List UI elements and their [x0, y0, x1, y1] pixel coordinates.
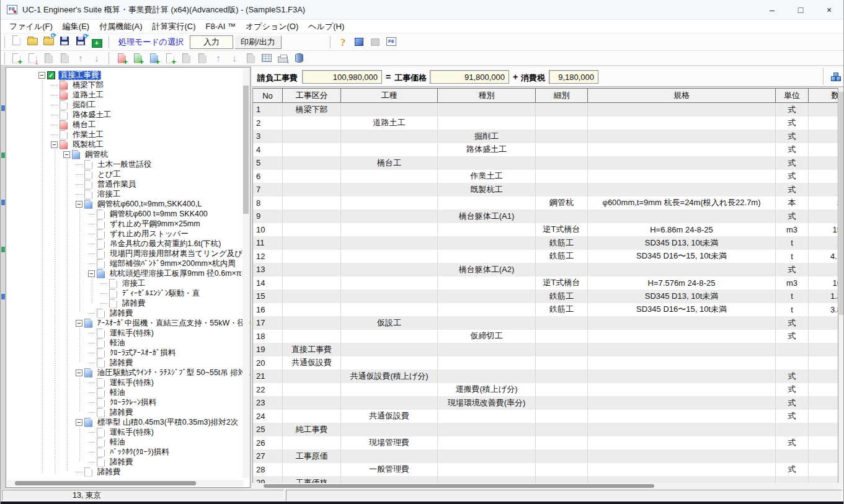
- tree-item-label[interactable]: 溶接工: [120, 279, 148, 288]
- table-row[interactable]: 12鉄筋工SD345 D16〜15, 10t未満t4.1: [253, 250, 838, 263]
- cell[interactable]: [809, 410, 838, 423]
- table-row[interactable]: 26現場管理費式: [253, 436, 838, 450]
- tree-item-label[interactable]: 運転手(特殊): [108, 428, 156, 437]
- cell[interactable]: [536, 356, 588, 370]
- cell[interactable]: [438, 156, 536, 170]
- tree-item[interactable]: 道路土工: [6, 90, 250, 100]
- cell[interactable]: [809, 263, 838, 276]
- cell[interactable]: [283, 170, 341, 183]
- table-edit-icon[interactable]: [259, 51, 274, 65]
- tree-vertical-scrollbar[interactable]: [242, 68, 249, 478]
- tree-item[interactable]: ﾃﾞｨｰｾﾞﾙｴﾝｼﾞﾝ駆動・直: [6, 288, 250, 298]
- tree-item[interactable]: ずれ止め平鋼9mm×25mm: [6, 219, 250, 229]
- tree-item[interactable]: 標準型 山積0.45m3(平積0.35m3)排対2次: [6, 417, 250, 427]
- tree-item-label[interactable]: 諸雑費: [120, 299, 148, 308]
- tree-item-label[interactable]: 吊金具杭の最大荷重約1.6t(下杭): [108, 239, 223, 249]
- cell[interactable]: [536, 130, 588, 143]
- move-down-icon[interactable]: ↓: [89, 51, 104, 65]
- cell[interactable]: [536, 143, 588, 157]
- cell[interactable]: [283, 436, 341, 450]
- cell[interactable]: [283, 316, 341, 330]
- cell[interactable]: [588, 449, 776, 463]
- cell[interactable]: [588, 316, 776, 330]
- cell[interactable]: [809, 343, 838, 356]
- cell[interactable]: [809, 156, 838, 170]
- cell[interactable]: [588, 476, 776, 483]
- tree-item-label[interactable]: 運転手(特殊): [108, 329, 156, 338]
- cell[interactable]: [536, 183, 588, 197]
- column-header-5[interactable]: 規格: [588, 89, 776, 102]
- table-row[interactable]: 2道路土工式: [253, 117, 838, 130]
- tree-item[interactable]: 橋台工: [6, 120, 250, 130]
- cell[interactable]: 既製杭工: [438, 183, 536, 197]
- cell[interactable]: [438, 250, 536, 263]
- open-file-icon[interactable]: [25, 33, 40, 48]
- cell[interactable]: 9: [253, 210, 283, 223]
- cell[interactable]: [588, 183, 776, 197]
- cell[interactable]: 仮締切工: [438, 330, 536, 343]
- cell[interactable]: 現場管理費: [341, 436, 438, 450]
- cell[interactable]: [588, 117, 776, 130]
- cell[interactable]: 7: [253, 183, 283, 197]
- new-file-icon[interactable]: [9, 33, 24, 48]
- row-up-icon[interactable]: ↑: [211, 51, 226, 65]
- table-row[interactable]: 4路体盛土工式: [253, 143, 838, 157]
- cell[interactable]: 26: [253, 436, 283, 450]
- tree-item[interactable]: 現場円周溶接用部材裏当てリング及びス: [6, 249, 250, 259]
- input-mode-button[interactable]: 入力: [190, 35, 233, 49]
- cell[interactable]: 共通仮設費(積上げ分): [341, 369, 438, 383]
- cell[interactable]: [588, 263, 776, 276]
- cell[interactable]: 運搬費(積上げ分): [438, 383, 536, 397]
- cell[interactable]: 20: [253, 356, 283, 370]
- tree-item-label[interactable]: 軽油: [108, 388, 127, 397]
- menu-item-5[interactable]: オプション(O): [241, 20, 303, 33]
- cell[interactable]: [536, 103, 588, 117]
- cell[interactable]: t: [776, 303, 809, 317]
- table-row[interactable]: 1橋梁下部式: [253, 103, 838, 117]
- tree-item-label[interactable]: ﾃﾞｨｰｾﾞﾙｴﾝｼﾞﾝ駆動・直: [120, 289, 202, 298]
- cell[interactable]: 1: [809, 236, 838, 250]
- tree-item-label[interactable]: 普通作業員: [96, 180, 138, 189]
- tree-item[interactable]: 運転手(特殊): [6, 427, 250, 437]
- grid-vertical-scrollbar[interactable]: [838, 88, 843, 483]
- tree-item-label[interactable]: 諸雑費: [96, 467, 123, 477]
- cell[interactable]: 2: [253, 117, 283, 130]
- cell[interactable]: 28: [253, 463, 283, 477]
- cell[interactable]: [283, 263, 341, 276]
- cell[interactable]: 21: [253, 369, 283, 383]
- tree-item-label[interactable]: 諸雑費: [108, 358, 135, 368]
- column-header-0[interactable]: No: [253, 89, 283, 102]
- table-row[interactable]: 18仮締切工式: [253, 330, 838, 343]
- cell[interactable]: SD345 D16〜15, 10t未満: [588, 303, 776, 317]
- cell[interactable]: [536, 436, 588, 450]
- table-row[interactable]: 7既製杭工式: [253, 183, 838, 197]
- tree-item[interactable]: 運転手(特殊): [6, 328, 250, 338]
- cell[interactable]: [438, 423, 536, 436]
- cell[interactable]: [809, 463, 838, 477]
- tree-item[interactable]: 端部補強ﾊﾞﾝﾄﾞ9mm×200mm×杭内周: [6, 259, 250, 268]
- scrollbar-thumb[interactable]: [243, 86, 249, 214]
- cell[interactable]: [809, 117, 838, 130]
- cell[interactable]: 15: [253, 290, 283, 303]
- cell[interactable]: [283, 276, 341, 290]
- cell[interactable]: 11: [253, 236, 283, 250]
- table-row[interactable]: 24共通仮設費式: [253, 410, 838, 423]
- cell[interactable]: 式: [776, 369, 809, 383]
- cell[interactable]: [776, 356, 809, 370]
- table-row[interactable]: 28一般管理費式: [253, 463, 838, 477]
- cell[interactable]: [341, 476, 438, 483]
- cell[interactable]: t: [776, 290, 809, 303]
- cell[interactable]: [588, 423, 776, 436]
- cell[interactable]: [438, 223, 536, 237]
- cell[interactable]: 橋台躯体工(A1): [438, 210, 536, 223]
- tree-item-label[interactable]: 土木一般世話役: [96, 160, 154, 169]
- cell[interactable]: 22: [253, 383, 283, 397]
- cell[interactable]: 3.8: [809, 303, 838, 317]
- cell[interactable]: 23: [253, 396, 283, 410]
- tree-item[interactable]: ﾊﾞｯｸﾎｳ(ｸﾛｰﾗ)損料: [6, 447, 250, 457]
- cell[interactable]: [776, 423, 809, 436]
- cell[interactable]: 式: [776, 410, 809, 423]
- cell[interactable]: [341, 303, 438, 317]
- add-green-document-icon[interactable]: +: [130, 51, 145, 65]
- table-row[interactable]: 27工事原価: [253, 449, 838, 463]
